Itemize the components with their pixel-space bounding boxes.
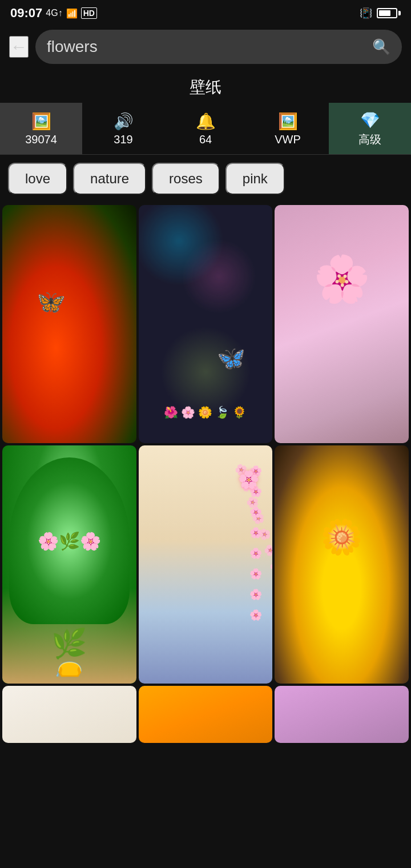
battery-indicator — [377, 8, 401, 18]
status-bar: 09:07 4G↑ 📶 HD 📳 — [0, 0, 411, 25]
status-hd: HD — [81, 7, 97, 19]
page-title: 壁纸 — [0, 71, 411, 103]
search-icon[interactable]: 🔍 — [372, 38, 390, 56]
flower-decoration: 🌺🌸🌼🍃🌻 — [145, 405, 265, 419]
sound-icon: 🔊 — [114, 112, 134, 131]
tab-premium[interactable]: 💎 高级 — [329, 103, 411, 154]
status-wifi: 📶 — [66, 8, 78, 19]
image-item-4[interactable]: 👝 🌸🌿🌸 — [2, 445, 136, 684]
partial-row — [0, 686, 411, 745]
tag-roses[interactable]: roses — [152, 163, 220, 195]
category-tabs: 🖼️ 39074 🔊 319 🔔 64 🖼️ VWP 💎 高级 — [0, 103, 411, 155]
tab-vwp-label: VWP — [275, 133, 301, 146]
image-item-3[interactable] — [275, 205, 409, 443]
image-item-2[interactable]: 🌺🌸🌼🍃🌻 — [139, 205, 273, 443]
plant-visual: 🌸🌿🌸 — [9, 457, 130, 624]
tab-ringtone[interactable]: 🔔 64 — [164, 103, 247, 154]
tab-wallpaper[interactable]: 🖼️ 39074 — [0, 103, 82, 154]
tag-nature[interactable]: nature — [73, 163, 146, 195]
wallpaper-icon: 🖼️ — [31, 112, 51, 131]
image-item-6[interactable] — [275, 445, 409, 684]
bag-decoration: 👝 — [55, 651, 83, 678]
diamond-icon: 💎 — [360, 111, 380, 130]
tab-ringtone-label: 64 — [199, 133, 212, 146]
tab-vwp[interactable]: 🖼️ VWP — [247, 103, 329, 154]
status-time: 09:07 — [10, 6, 42, 21]
tag-pink[interactable]: pink — [225, 163, 285, 195]
image-item-9[interactable] — [275, 686, 409, 743]
blossom-cluster: 🌸🌸🌸🌸🌸🌸🌸🌸 — [249, 465, 262, 621]
image-item-8[interactable] — [139, 686, 273, 743]
status-signal: 4G↑ — [46, 8, 62, 18]
tab-sound-label: 319 — [114, 133, 132, 146]
status-time-area: 09:07 4G↑ 📶 HD — [10, 6, 97, 21]
back-button[interactable]: ← — [9, 36, 29, 58]
image-item-5[interactable]: 🌸🌸🌸🌸🌸🌸🌸🌸 — [139, 445, 273, 684]
search-box[interactable]: flowers 🔍 — [35, 30, 402, 64]
bell-icon: 🔔 — [196, 112, 216, 131]
tab-premium-label: 高级 — [358, 132, 381, 147]
vibrate-icon: 📳 — [360, 7, 372, 19]
image-grid: 🌺🌸🌼🍃🌻 👝 🌸🌿🌸 🌸🌸🌸🌸🌸🌸🌸🌸 — [0, 203, 411, 686]
search-area: ← flowers 🔍 — [0, 25, 411, 71]
vwp-icon: 🖼️ — [278, 112, 298, 131]
tag-love[interactable]: love — [8, 163, 67, 195]
tag-filters: love nature roses pink — [0, 155, 411, 203]
tab-sound[interactable]: 🔊 319 — [82, 103, 164, 154]
search-query: flowers — [47, 38, 366, 56]
image-item-1[interactable] — [2, 205, 136, 443]
tab-wallpaper-label: 39074 — [25, 133, 57, 146]
image-item-7[interactable] — [2, 686, 136, 743]
status-right-area: 📳 — [360, 7, 401, 19]
